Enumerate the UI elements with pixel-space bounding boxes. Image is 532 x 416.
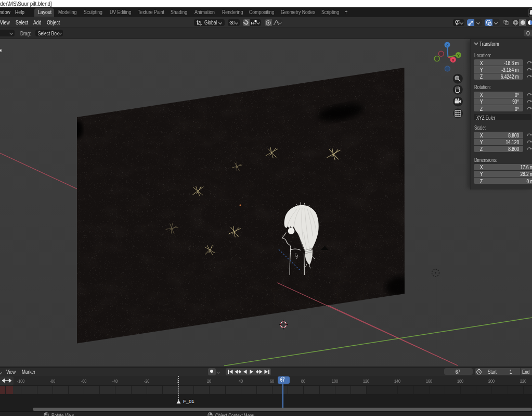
svg-text:Z: Z	[446, 43, 449, 47]
svg-text:X: X	[452, 58, 455, 62]
svg-text:F_01: F_01	[183, 398, 194, 404]
svg-text:Y: Y	[457, 53, 460, 58]
